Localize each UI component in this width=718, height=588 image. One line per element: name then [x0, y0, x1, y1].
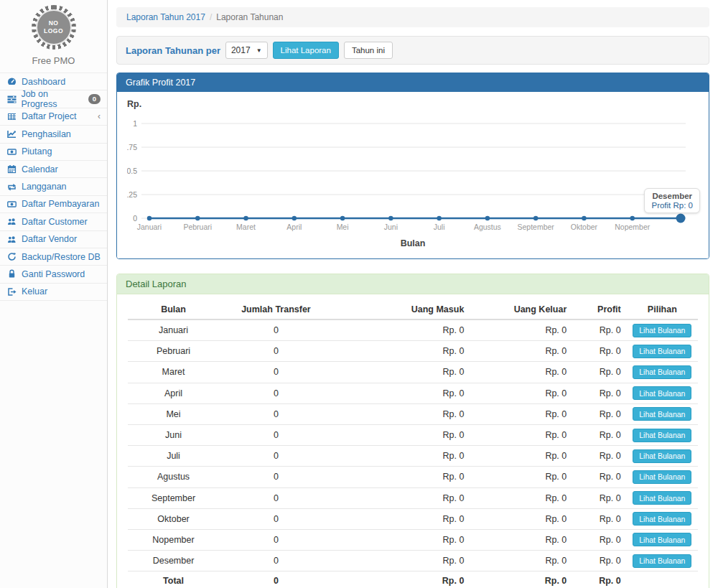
refresh-icon — [6, 252, 17, 261]
data-point[interactable] — [147, 216, 151, 220]
lihat-bulanan-button[interactable]: Lihat Bulanan — [633, 386, 691, 400]
cell-profit: Rp. 0 — [572, 487, 626, 508]
y-tick-label: 0 — [133, 214, 137, 223]
data-point[interactable] — [292, 216, 297, 220]
data-point[interactable] — [533, 216, 538, 220]
cell-profit: Rp. 0 — [572, 362, 626, 383]
lihat-bulanan-button[interactable]: Lihat Bulanan — [633, 429, 691, 442]
data-point[interactable] — [340, 216, 345, 220]
cell-jumlah: 0 — [219, 551, 333, 571]
cell-profit: Rp. 0 — [572, 424, 626, 445]
lihat-bulanan-button[interactable]: Lihat Bulanan — [633, 470, 691, 484]
sidebar-item-penghasilan[interactable]: Penghasilan — [0, 126, 107, 143]
y-tick-label: 0.75 — [127, 143, 137, 151]
lihat-bulanan-button[interactable]: Lihat Bulanan — [633, 533, 691, 546]
table-row: Juli0Rp. 0Rp. 0Rp. 0Lihat Bulanan — [128, 446, 698, 467]
sidebar-item-label: Penghasilan — [22, 129, 71, 139]
cell-masuk: Rp. 0 — [333, 551, 470, 571]
sidebar-item-job-on-progress[interactable]: Job on Progress 0 — [0, 90, 107, 108]
table-row: Januari0Rp. 0Rp. 0Rp. 0Lihat Bulanan — [128, 319, 698, 341]
retweet-icon — [6, 182, 17, 192]
cell-pilihan — [627, 571, 698, 588]
sidebar-item-label: Calendar — [22, 164, 58, 174]
x-tick-label: Agustus — [474, 223, 501, 231]
lihat-bulanan-button[interactable]: Lihat Bulanan — [633, 407, 691, 421]
cell-profit: Rp. 0 — [572, 551, 626, 571]
sidebar-item-daftar-project[interactable]: Daftar Project ‹ — [0, 108, 107, 126]
lihat-bulanan-button[interactable]: Lihat Bulanan — [633, 345, 691, 358]
lihat-bulanan-button[interactable]: Lihat Bulanan — [633, 449, 691, 463]
cell-masuk: Rp. 0 — [333, 319, 470, 341]
lihat-bulanan-button[interactable]: Lihat Bulanan — [633, 512, 691, 526]
sidebar-item-ganti-password[interactable]: Ganti Password — [0, 266, 107, 283]
data-point-highlighted[interactable] — [676, 214, 686, 223]
sidebar-item-piutang[interactable]: Piutang — [0, 144, 107, 161]
sidebar-item-dashboard[interactable]: Dashboard — [0, 73, 107, 90]
cell-jumlah: 0 — [219, 508, 333, 529]
breadcrumb-link-laporan-tahun[interactable]: Laporan Tahun 2017 — [126, 12, 205, 22]
sidebar-item-label: Dashboard — [22, 77, 65, 87]
lihat-bulanan-button[interactable]: Lihat Bulanan — [633, 491, 691, 505]
sidebar-item-calendar[interactable]: Calendar — [0, 161, 107, 178]
year-select[interactable]: 2017 ▼ — [225, 42, 268, 59]
sidebar-item-daftar-customer[interactable]: Daftar Customer — [0, 213, 107, 230]
data-point[interactable] — [630, 216, 635, 220]
cell-bulan: Januari — [128, 319, 219, 341]
cell-bulan: April — [128, 383, 219, 403]
cell-pilihan: Lihat Bulanan — [627, 467, 698, 487]
detail-report-panel: Detail Laporan BulanJumlah TransferUang … — [116, 274, 709, 588]
cell-profit: Rp. 0 — [572, 319, 626, 341]
cell-profit: Rp. 0 — [572, 508, 626, 529]
year-filter-panel: Laporan Tahunan per 2017 ▼ Lihat Laporan… — [116, 36, 709, 65]
cell-keluar: Rp. 0 — [470, 362, 572, 383]
cell-jumlah: 0 — [219, 362, 333, 383]
lihat-laporan-button[interactable]: Lihat Laporan — [273, 42, 339, 59]
cell-jumlah: 0 — [219, 467, 333, 487]
cell-profit: Rp. 0 — [572, 571, 626, 588]
table-row: Maret0Rp. 0Rp. 0Rp. 0Lihat Bulanan — [128, 362, 698, 383]
data-point[interactable] — [437, 216, 441, 220]
data-point[interactable] — [195, 216, 200, 220]
tooltip-title: Desember — [651, 192, 693, 200]
sidebar-item-langganan[interactable]: Langganan — [0, 178, 107, 195]
lihat-bulanan-button[interactable]: Lihat Bulanan — [633, 324, 691, 337]
cell-bulan: Juni — [128, 424, 219, 445]
cell-masuk: Rp. 0 — [333, 403, 470, 424]
cell-pilihan: Lihat Bulanan — [627, 319, 698, 341]
report-table: BulanJumlah TransferUang MasukUang Kelua… — [128, 300, 698, 588]
cell-profit: Rp. 0 — [572, 467, 626, 487]
filter-label: Laporan Tahunan per — [126, 45, 220, 56]
cell-bulan: Total — [128, 571, 219, 588]
users-icon — [6, 217, 17, 226]
cell-keluar: Rp. 0 — [470, 571, 572, 588]
data-point[interactable] — [388, 216, 393, 220]
cell-keluar: Rp. 0 — [470, 467, 572, 487]
tasks-icon — [6, 95, 17, 104]
gauge-icon — [6, 77, 17, 86]
sidebar-item-keluar[interactable]: Keluar — [0, 284, 107, 301]
cell-keluar: Rp. 0 — [470, 403, 572, 424]
sidebar-item-daftar-vendor[interactable]: Daftar Vendor — [0, 231, 107, 248]
data-point[interactable] — [485, 216, 490, 220]
profit-line-chart[interactable]: 10.750.50.250JanuariPebruariMaretAprilMe… — [127, 113, 699, 235]
y-tick-label: 0.5 — [127, 167, 137, 175]
table-icon — [6, 112, 17, 121]
data-point[interactable] — [582, 216, 586, 220]
cell-pilihan: Lihat Bulanan — [627, 362, 698, 383]
x-tick-label: September — [517, 223, 554, 231]
x-tick-label: April — [286, 223, 302, 231]
sidebar-item-label: Daftar Pembayaran — [22, 199, 99, 209]
lihat-bulanan-button[interactable]: Lihat Bulanan — [633, 365, 691, 379]
sidebar: NO LOGO Free PMO Dashboard Job on Progre… — [0, 0, 108, 588]
sidebar-item-backup-restore-db[interactable]: Backup/Restore DB — [0, 248, 107, 266]
lihat-bulanan-button[interactable]: Lihat Bulanan — [633, 554, 691, 568]
sidebar-item-daftar-pembayaran[interactable]: Daftar Pembayaran — [0, 196, 107, 213]
data-point[interactable] — [243, 216, 248, 220]
cell-jumlah: 0 — [219, 529, 333, 550]
year-select-value: 2017 — [231, 45, 251, 55]
tahun-ini-button[interactable]: Tahun ini — [344, 42, 393, 59]
sidebar-item-label: Daftar Vendor — [22, 234, 77, 244]
cell-pilihan: Lihat Bulanan — [627, 508, 698, 529]
column-header: Bulan — [128, 300, 219, 319]
cell-bulan: Desember — [128, 551, 219, 571]
